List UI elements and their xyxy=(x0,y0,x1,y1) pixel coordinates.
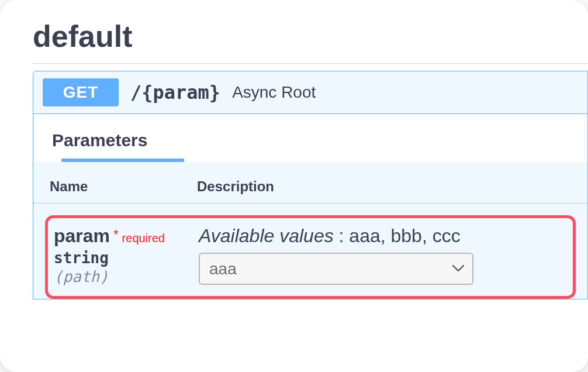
param-row: param * required string (path) Available… xyxy=(33,204,587,299)
operation-path: /{param} xyxy=(130,81,220,104)
method-badge: GET xyxy=(43,78,119,106)
param-name: param xyxy=(54,225,110,247)
opblock-body: Parameters Name Description param xyxy=(33,113,587,299)
tab-parameters[interactable]: Parameters xyxy=(50,130,152,159)
params-header-row: Name Description xyxy=(33,178,587,204)
section-title[interactable]: default xyxy=(0,19,588,63)
param-description-cell: Available values : aaa, bbb, ccc aaa xyxy=(199,225,565,285)
param-name-line: param * required xyxy=(54,225,199,247)
param-type: string xyxy=(54,249,199,267)
opblock-summary[interactable]: GET /{param} Async Root xyxy=(33,71,587,113)
operation-summary: Async Root xyxy=(232,83,316,102)
required-text: required xyxy=(122,232,165,245)
column-header-name: Name xyxy=(50,178,197,195)
column-header-description: Description xyxy=(197,178,274,195)
available-values-colon: : xyxy=(334,225,350,246)
params-section: Name Description param * required xyxy=(33,162,587,299)
highlight-box: param * required string (path) Available… xyxy=(45,215,576,299)
available-values-line: Available values : aaa, bbb, ccc xyxy=(199,225,565,247)
param-name-cell: param * required string (path) xyxy=(54,225,199,285)
param-select[interactable]: aaa xyxy=(199,253,473,285)
available-values-list: aaa, bbb, ccc xyxy=(349,225,460,246)
param-in: (path) xyxy=(54,268,199,285)
required-star-icon: * xyxy=(113,227,119,242)
card: default GET /{param} Async Root Paramete… xyxy=(0,0,588,372)
opblock-get: GET /{param} Async Root Parameters Name … xyxy=(33,71,588,299)
opblock-wrapper: GET /{param} Async Root Parameters Name … xyxy=(33,71,588,299)
tab-bar: Parameters xyxy=(33,114,587,162)
param-select-wrap: aaa xyxy=(199,253,473,285)
available-values-label: Available values xyxy=(199,225,334,246)
divider xyxy=(33,63,588,64)
